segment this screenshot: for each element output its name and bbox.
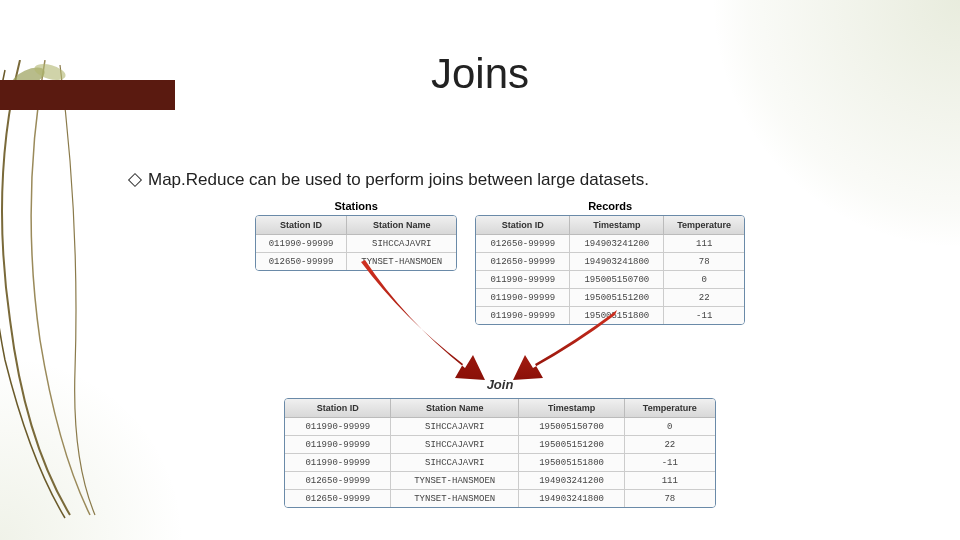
th-res-station-id: Station ID [285, 399, 391, 418]
table-cell: TYNSET-HANSMOEN [347, 253, 456, 270]
table-row: 011990-99999195005151800-11 [476, 307, 744, 324]
table-cell: 111 [625, 472, 715, 490]
bg-gradient-tr [710, 0, 960, 250]
table-cell: SIHCCAJAVRI [391, 418, 519, 436]
table-row: 011990-9999919500515120022 [476, 289, 744, 307]
table-cell: 195005151200 [519, 436, 625, 454]
result-body: 011990-99999SIHCCAJAVRI19500515070000119… [285, 418, 714, 507]
th-res-timestamp: Timestamp [519, 399, 625, 418]
table-cell: 0 [664, 271, 744, 289]
table-cell: 194903241200 [519, 472, 625, 490]
table-row: 012650-99999TYNSET-HANSMOEN1949032412001… [285, 472, 714, 490]
table-cell: 194903241800 [570, 253, 664, 271]
table-row: 012650-99999TYNSET-HANSMOEN1949032418007… [285, 490, 714, 507]
result-table: Station ID Station Name Timestamp Temper… [284, 398, 715, 508]
table-cell: SIHCCAJAVRI [391, 454, 519, 472]
th-station-name: Station Name [347, 216, 456, 235]
stations-table: Station ID Station Name 011990-99999SIHC… [255, 215, 457, 271]
bullet-text: Map.Reduce can be used to perform joins … [148, 170, 649, 190]
table-cell: 194903241200 [570, 235, 664, 253]
table-cell: 011990-99999 [285, 436, 391, 454]
table-cell: 011990-99999 [476, 271, 570, 289]
table-cell: 012650-99999 [256, 253, 347, 270]
table-cell: 012650-99999 [476, 253, 570, 271]
stations-box: Stations Station ID Station Name 011990-… [255, 200, 457, 325]
table-row: 011990-99999SIHCCAJAVRI19500515120022 [285, 436, 714, 454]
table-row: 011990-99999SIHCCAJAVRI [256, 235, 456, 253]
table-cell: 195005151800 [519, 454, 625, 472]
table-row: 012650-9999919490324180078 [476, 253, 744, 271]
th-rec-timestamp: Timestamp [570, 216, 664, 235]
th-res-temperature: Temperature [625, 399, 715, 418]
table-cell: 22 [625, 436, 715, 454]
records-title: Records [475, 200, 745, 212]
table-cell: 22 [664, 289, 744, 307]
table-cell: 012650-99999 [285, 490, 391, 507]
table-cell: 012650-99999 [476, 235, 570, 253]
stations-body: 011990-99999SIHCCAJAVRI012650-99999TYNSE… [256, 235, 456, 270]
bullet-line: Map.Reduce can be used to perform joins … [130, 170, 649, 190]
table-cell: 011990-99999 [476, 307, 570, 324]
table-cell: SIHCCAJAVRI [391, 436, 519, 454]
table-cell: 195005150700 [570, 271, 664, 289]
table-cell: 78 [625, 490, 715, 507]
table-cell: SIHCCAJAVRI [347, 235, 456, 253]
table-cell: 111 [664, 235, 744, 253]
stations-title: Stations [255, 200, 457, 212]
table-cell: 194903241800 [519, 490, 625, 507]
table-cell: 011990-99999 [256, 235, 347, 253]
records-body: 012650-99999194903241200111012650-999991… [476, 235, 744, 324]
th-station-id: Station ID [256, 216, 347, 235]
table-cell: 011990-99999 [476, 289, 570, 307]
slide-title: Joins [0, 50, 960, 98]
table-cell: TYNSET-HANSMOEN [391, 490, 519, 507]
th-rec-temperature: Temperature [664, 216, 744, 235]
table-cell: 011990-99999 [285, 454, 391, 472]
table-cell: 195005151800 [570, 307, 664, 324]
table-cell: 012650-99999 [285, 472, 391, 490]
table-cell: 195005151200 [570, 289, 664, 307]
diamond-bullet-icon [128, 173, 142, 187]
table-row: 012650-99999TYNSET-HANSMOEN [256, 253, 456, 270]
table-cell: -11 [625, 454, 715, 472]
th-res-station-name: Station Name [391, 399, 519, 418]
records-box: Records Station ID Timestamp Temperature… [475, 200, 745, 325]
table-row: 012650-99999194903241200111 [476, 235, 744, 253]
records-table: Station ID Timestamp Temperature 012650-… [475, 215, 745, 325]
table-row: 011990-99999SIHCCAJAVRI1950051507000 [285, 418, 714, 436]
table-cell: TYNSET-HANSMOEN [391, 472, 519, 490]
join-label: Join [255, 377, 745, 392]
table-cell: 0 [625, 418, 715, 436]
table-cell: 78 [664, 253, 744, 271]
join-diagram: Stations Station ID Station Name 011990-… [255, 200, 745, 508]
table-row: 011990-99999SIHCCAJAVRI195005151800-11 [285, 454, 714, 472]
leaf-decoration [0, 60, 150, 520]
table-cell: -11 [664, 307, 744, 324]
table-cell: 011990-99999 [285, 418, 391, 436]
table-cell: 195005150700 [519, 418, 625, 436]
table-row: 011990-999991950051507000 [476, 271, 744, 289]
th-rec-station-id: Station ID [476, 216, 570, 235]
